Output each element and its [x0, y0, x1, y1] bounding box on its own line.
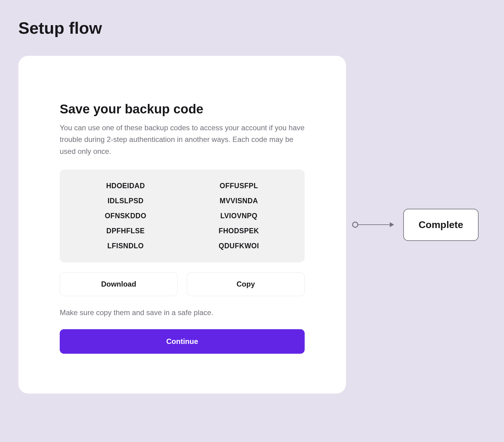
continue-button[interactable]: Continue	[60, 329, 305, 354]
connector-line	[358, 224, 390, 225]
complete-step-badge: Complete	[403, 209, 479, 241]
flow-connector	[352, 222, 394, 228]
backup-code: MVVISNDA	[191, 197, 286, 205]
connector-start-icon	[352, 222, 358, 228]
backup-code: HDOEIDAD	[78, 182, 173, 190]
action-button-row: Download Copy	[60, 272, 305, 296]
backup-code: LVIOVNPQ	[191, 212, 286, 220]
card-title: Save your backup code	[60, 102, 305, 116]
main-container: Save your backup code You can use one of…	[18, 56, 486, 394]
backup-code: OFFUSFPL	[191, 182, 286, 190]
helper-text: Make sure copy them and save in a safe p…	[60, 308, 305, 317]
copy-button[interactable]: Copy	[187, 272, 305, 296]
arrow-right-icon	[390, 222, 394, 227]
card-description: You can use one of these backup codes to…	[60, 122, 305, 157]
backup-code-card: Save your backup code You can use one of…	[18, 56, 346, 394]
backup-code: DPFHFLSE	[78, 227, 173, 235]
backup-code: QDUFKWOI	[191, 242, 286, 250]
backup-codes-box: HDOEIDAD OFFUSFPL IDLSLPSD MVVISNDA OFNS…	[60, 170, 305, 262]
backup-code: LFISNDLO	[78, 242, 173, 250]
backup-code: IDLSLPSD	[78, 197, 173, 205]
download-button[interactable]: Download	[60, 272, 178, 296]
backup-code: FHODSPEK	[191, 227, 286, 235]
page-title: Setup flow	[18, 18, 486, 37]
backup-code: OFNSKDDO	[78, 212, 173, 220]
